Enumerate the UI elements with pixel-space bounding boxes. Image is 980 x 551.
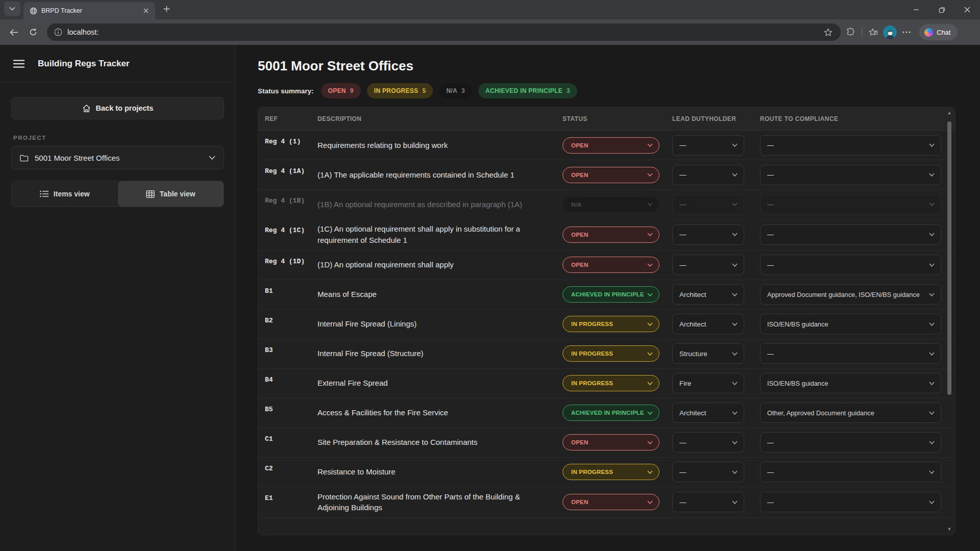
star-list-icon xyxy=(869,28,878,37)
settings-menu-button[interactable] xyxy=(899,24,914,40)
dutyholder-select[interactable]: — xyxy=(672,492,744,512)
view-toggle: Items view Table view xyxy=(11,181,224,207)
refresh-button[interactable] xyxy=(24,23,42,41)
status-select[interactable]: OPEN xyxy=(562,494,659,510)
chevron-down-icon xyxy=(929,233,935,236)
status-select[interactable]: OPEN xyxy=(562,257,659,273)
table-row: E1 Protection Against Sound from Other P… xyxy=(258,487,955,518)
dutyholder-select[interactable]: Fire xyxy=(672,373,744,393)
status-value: IN PROGRESS xyxy=(571,321,644,327)
favorite-star-button[interactable] xyxy=(820,24,836,40)
hamburger-menu-icon[interactable] xyxy=(13,60,24,68)
globe-icon xyxy=(30,7,37,15)
route-select[interactable]: — xyxy=(760,343,941,364)
dutyholder-select[interactable]: — xyxy=(672,255,744,275)
tab-search-button[interactable] xyxy=(4,2,20,16)
back-to-projects-button[interactable]: Back to projects xyxy=(11,97,224,119)
chevron-down-icon xyxy=(732,203,738,206)
status-select[interactable]: IN PROGRESS xyxy=(562,375,659,391)
extensions-button[interactable] xyxy=(843,24,858,40)
dutyholder-select[interactable]: Architect xyxy=(672,284,744,305)
column-header-route: ROUTE TO COMPLIANCE xyxy=(760,115,941,122)
project-select[interactable]: 5001 Moor Street Offices xyxy=(11,146,224,169)
scroll-up-icon[interactable]: ▲ xyxy=(947,109,952,116)
status-value: ACHIEVED IN PRINCIPLE xyxy=(571,410,644,416)
dutyholder-select[interactable]: — xyxy=(672,135,744,156)
row-ref: Reg 4 (1D) xyxy=(265,255,317,265)
row-description: Means of Escape xyxy=(317,289,562,300)
scrollbar-thumb[interactable] xyxy=(947,121,951,395)
route-select[interactable]: — xyxy=(760,165,941,185)
status-select[interactable]: OPEN xyxy=(562,434,659,450)
chevron-down-icon xyxy=(929,411,935,415)
favorites-list-button[interactable] xyxy=(866,24,881,40)
minimize-button[interactable] xyxy=(903,0,929,19)
dutyholder-value: — xyxy=(679,141,728,149)
close-window-button[interactable] xyxy=(954,0,980,19)
chevron-down-icon xyxy=(647,470,653,474)
status-select[interactable]: ACHIEVED IN PRINCIPLE xyxy=(562,286,659,303)
dutyholder-value: — xyxy=(679,261,728,269)
back-button[interactable] xyxy=(5,23,22,41)
table-row: Reg 4 (1B) (1B) An optional requirement … xyxy=(258,190,955,219)
table-row: C2 Resistance to Moisture IN PROGRESS — … xyxy=(258,458,955,487)
table-view-button[interactable]: Table view xyxy=(118,181,224,207)
restore-button[interactable] xyxy=(929,0,954,19)
badge-count: 3 xyxy=(567,87,570,94)
status-select[interactable]: IN PROGRESS xyxy=(562,345,659,362)
dutyholder-value: — xyxy=(679,468,728,476)
copilot-chat-button[interactable]: Chat xyxy=(919,24,958,40)
row-description: Resistance to Moisture xyxy=(317,466,562,478)
new-tab-button[interactable] xyxy=(159,2,174,16)
project-name: 5001 Moor Street Offices xyxy=(35,154,203,162)
status-value: OPEN xyxy=(571,142,644,148)
route-value: — xyxy=(767,350,925,358)
status-select[interactable]: OPEN xyxy=(562,227,659,243)
dutyholder-select[interactable]: — xyxy=(672,462,744,482)
status-select[interactable]: IN PROGRESS xyxy=(562,464,659,480)
dutyholder-select[interactable]: Architect xyxy=(672,314,744,334)
toolbar-separator xyxy=(862,27,862,37)
dutyholder-select[interactable]: — xyxy=(672,194,744,215)
status-select[interactable]: ACHIEVED IN PRINCIPLE xyxy=(562,405,659,421)
dutyholder-select[interactable]: — xyxy=(672,165,744,185)
dutyholder-select[interactable]: — xyxy=(672,224,744,245)
route-select[interactable]: — xyxy=(760,462,941,482)
chevron-down-icon xyxy=(732,352,738,356)
puzzle-icon xyxy=(846,28,855,37)
dutyholder-select[interactable]: — xyxy=(672,432,744,453)
dutyholder-select[interactable]: Structure xyxy=(672,343,744,364)
tab-close-button[interactable] xyxy=(141,6,151,16)
route-value: — xyxy=(767,498,925,506)
route-value: — xyxy=(767,231,925,238)
list-icon xyxy=(40,190,48,197)
dutyholder-value: Fire xyxy=(679,380,728,387)
profile-avatar[interactable] xyxy=(883,26,897,39)
route-select[interactable]: ISO/EN/BS guidance xyxy=(760,314,941,334)
refresh-icon xyxy=(29,28,37,36)
route-select[interactable]: — xyxy=(760,135,941,156)
chevron-down-icon xyxy=(647,203,653,206)
route-select[interactable]: — xyxy=(760,432,941,453)
address-bar[interactable]: localhost: xyxy=(47,23,841,41)
browser-tab[interactable]: BRPD Tracker xyxy=(23,2,155,19)
status-select[interactable]: IN PROGRESS xyxy=(562,316,659,332)
scroll-down-icon[interactable]: ▼ xyxy=(947,525,952,533)
route-select[interactable]: Other, Approved Document guidance xyxy=(760,403,941,423)
route-select[interactable]: Approved Document guidance, ISO/EN/BS gu… xyxy=(760,284,941,305)
route-select[interactable]: ISO/EN/BS guidance xyxy=(760,373,941,393)
table-row: B4 External Fire Spread IN PROGRESS Fire… xyxy=(258,369,955,398)
dutyholder-select[interactable]: Architect xyxy=(672,403,744,423)
status-select[interactable]: N/A xyxy=(562,196,659,213)
row-ref: Reg 4 (1A) xyxy=(265,164,317,175)
items-view-button[interactable]: Items view xyxy=(12,181,118,207)
route-select[interactable]: — xyxy=(760,255,941,275)
table-row: Reg 4 (1A) (1A) The applicable requireme… xyxy=(258,160,955,190)
status-select[interactable]: OPEN xyxy=(562,137,659,154)
table-body: Reg 4 (1) Requirements relating to build… xyxy=(258,131,955,531)
status-select[interactable]: OPEN xyxy=(562,167,659,183)
route-select[interactable]: — xyxy=(760,492,941,512)
route-select[interactable]: — xyxy=(760,194,941,215)
route-select[interactable]: — xyxy=(760,224,941,245)
route-value: — xyxy=(767,261,925,269)
